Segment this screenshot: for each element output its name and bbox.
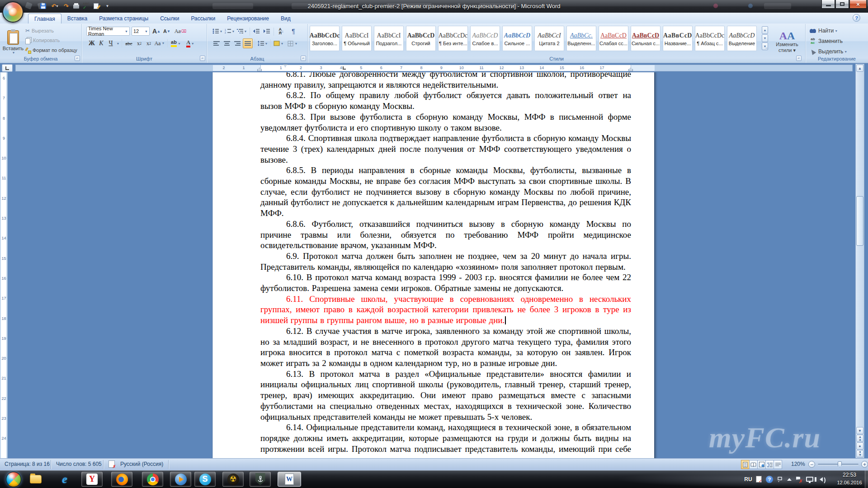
scroll-down-icon[interactable]: ▼ bbox=[856, 427, 863, 434]
style-card[interactable]: AaBbCcDСлабое в... bbox=[470, 26, 500, 51]
save-icon[interactable] bbox=[39, 2, 47, 10]
redo-icon[interactable]: ↷ bbox=[62, 2, 71, 10]
full-screen-reading-view-icon[interactable] bbox=[749, 460, 758, 469]
decrease-indent-icon[interactable] bbox=[251, 27, 261, 36]
style-card[interactable]: AaBbCcDcЗаголово... bbox=[310, 26, 340, 51]
justify-icon[interactable] bbox=[243, 38, 253, 48]
proofing-status-icon[interactable] bbox=[108, 460, 115, 468]
font-color-button[interactable]: А▼ bbox=[184, 38, 197, 48]
tab-selector[interactable] bbox=[2, 64, 13, 72]
tab-stop-marker[interactable] bbox=[343, 66, 346, 70]
replace-button[interactable]: abac Заменить bbox=[809, 37, 843, 46]
spelling-grammar-icon[interactable]: ABC✓ bbox=[82, 2, 90, 10]
styles-scroll-down-icon[interactable]: ▼ bbox=[762, 34, 768, 42]
taskbar-word-button[interactable]: W bbox=[278, 472, 301, 487]
font-family-combo[interactable]: Times New Roman▼ bbox=[86, 27, 130, 36]
zoom-in-icon[interactable]: + bbox=[861, 461, 868, 468]
previous-page-icon[interactable]: ▲▲ bbox=[856, 435, 863, 442]
vertical-scrollbar[interactable]: ▲ ▼ ▲▲ ● ▼▼ bbox=[855, 64, 864, 458]
taskbar-media-player-button[interactable] bbox=[170, 472, 191, 487]
style-card[interactable]: AaBbCcIПодзагол... bbox=[374, 26, 404, 51]
tray-volume-icon[interactable] bbox=[816, 470, 826, 488]
maximize-button[interactable] bbox=[835, 0, 849, 9]
show-hidden-icons[interactable] bbox=[785, 470, 794, 488]
find-button[interactable]: Найти▼ bbox=[809, 26, 838, 35]
subscript-button[interactable]: x2 bbox=[135, 38, 144, 48]
style-card[interactable]: АаВвСсDСильная с... bbox=[631, 26, 660, 51]
line-spacing-icon[interactable]: ▼ bbox=[256, 38, 269, 48]
tab-recenzirovanie[interactable]: Рецензирование bbox=[221, 14, 275, 23]
numbering-icon[interactable]: 12▼ bbox=[224, 27, 236, 36]
web-layout-view-icon[interactable] bbox=[757, 460, 766, 469]
tray-clock[interactable]: 22:53 12.06.2016 bbox=[833, 471, 866, 487]
text-highlight-button[interactable]: ab▼ bbox=[169, 38, 183, 48]
style-card[interactable]: AaBbCc.Выделенн... bbox=[566, 26, 596, 51]
show-desktop-button[interactable] bbox=[865, 470, 868, 488]
tray-spelling-icon[interactable] bbox=[754, 470, 763, 488]
horizontal-ruler[interactable]: 21 1234567891011121314151617 bbox=[15, 65, 853, 71]
taskbar-explorer-button[interactable] bbox=[27, 472, 44, 487]
vertical-ruler[interactable]: 6789101112131415161718192021222324 bbox=[0, 72, 8, 458]
style-card[interactable]: AaBbCcDСтрогий bbox=[406, 26, 436, 51]
office-button[interactable] bbox=[2, 1, 24, 23]
grow-font-icon[interactable]: А▲ bbox=[151, 27, 161, 36]
taskbar-chrome-button[interactable] bbox=[142, 472, 163, 487]
tab-razmetka[interactable]: Разметка страницы bbox=[93, 14, 154, 23]
print-layout-view-icon[interactable] bbox=[741, 460, 750, 469]
style-card[interactable]: AaBbCcI¶ Обычный bbox=[342, 26, 372, 51]
sort-icon[interactable]: АЯ↓ bbox=[275, 27, 287, 36]
style-card[interactable]: АаВвСсDНазвание... bbox=[663, 26, 693, 51]
customize-quick-access-icon[interactable]: ▼ bbox=[103, 2, 112, 10]
draft-view-icon[interactable] bbox=[774, 460, 782, 469]
taskbar-game-button[interactable]: ☢ bbox=[222, 472, 244, 487]
taskbar-warships-button[interactable] bbox=[250, 472, 271, 487]
select-button[interactable]: Выделить▼ bbox=[809, 47, 847, 56]
style-card[interactable]: AaBbCcDВыделение bbox=[727, 26, 757, 51]
edit-document-icon[interactable] bbox=[92, 2, 100, 10]
tray-network-icon[interactable] bbox=[794, 470, 804, 488]
paragraph-dialog-launcher-icon[interactable]: ⌐ bbox=[301, 56, 306, 61]
close-button[interactable]: × bbox=[849, 0, 867, 9]
tab-ssylki[interactable]: Ссылки bbox=[154, 14, 185, 23]
clear-formatting-icon[interactable]: Аа⌫ bbox=[175, 27, 186, 36]
font-size-combo[interactable]: 12▼ bbox=[132, 27, 150, 36]
undo-icon[interactable]: ↶▾ bbox=[49, 2, 61, 10]
zoom-thumb[interactable] bbox=[838, 461, 842, 467]
paste-button[interactable]: Вставить ▼ bbox=[3, 26, 24, 58]
tab-vid[interactable]: Вид bbox=[275, 14, 297, 23]
styles-scroll-up-icon[interactable]: ▲ bbox=[762, 26, 768, 34]
scrollbar-thumb[interactable] bbox=[856, 196, 863, 246]
show-paragraph-marks-icon[interactable]: ¶ bbox=[288, 27, 298, 36]
copy-button[interactable]: Копировать bbox=[25, 36, 60, 44]
clipboard-dialog-launcher-icon[interactable]: ⌐ bbox=[75, 56, 80, 61]
change-case-icon[interactable]: Аа▼ bbox=[154, 38, 165, 48]
tray-display-icon[interactable] bbox=[805, 470, 815, 488]
language-tray-indicator[interactable]: RU bbox=[742, 470, 754, 488]
multilevel-list-icon[interactable]: ▼ bbox=[236, 27, 248, 36]
bold-button[interactable]: Ж bbox=[87, 38, 96, 48]
taskbar-internet-explorer-button[interactable]: e bbox=[56, 472, 73, 487]
style-card[interactable]: АаВвСсDСлабая сс... bbox=[599, 26, 628, 51]
zoom-track[interactable] bbox=[818, 464, 859, 465]
zoom-out-icon[interactable]: − bbox=[808, 461, 815, 468]
change-styles-button[interactable]: АА Изменить стили ▾ bbox=[771, 26, 803, 57]
style-card[interactable]: AaBbCcIЦитата 2 bbox=[534, 26, 564, 51]
taskbar-firefox-button[interactable] bbox=[111, 472, 132, 487]
page-indicator[interactable]: Страница: 8 из 16 bbox=[5, 461, 50, 467]
style-card[interactable]: AaBbCcDc¶ Абзац с... bbox=[695, 26, 725, 51]
print-preview-icon[interactable] bbox=[72, 2, 80, 10]
italic-button[interactable]: К bbox=[97, 38, 106, 48]
document-page[interactable]: 6.8.1. Любые договоренности между футбол… bbox=[212, 72, 654, 458]
cut-button[interactable]: ✂ Вырезать bbox=[25, 27, 54, 35]
font-dialog-launcher-icon[interactable]: ⌐ bbox=[200, 56, 205, 61]
style-card[interactable]: AaBbCcDСильное ... bbox=[502, 26, 532, 51]
style-card[interactable]: AaBbCcDc¶ Без инте... bbox=[438, 26, 468, 51]
start-button[interactable] bbox=[3, 470, 24, 488]
borders-icon[interactable]: ▼ bbox=[286, 38, 299, 48]
scroll-up-icon[interactable]: ▲ bbox=[856, 65, 863, 72]
tab-rassylki[interactable]: Рассылки bbox=[185, 14, 221, 23]
align-center-icon[interactable] bbox=[222, 38, 232, 48]
tray-help-icon[interactable]: ? bbox=[765, 470, 774, 488]
bullets-icon[interactable]: ▼ bbox=[212, 27, 223, 36]
shrink-font-icon[interactable]: А▼ bbox=[162, 27, 172, 36]
